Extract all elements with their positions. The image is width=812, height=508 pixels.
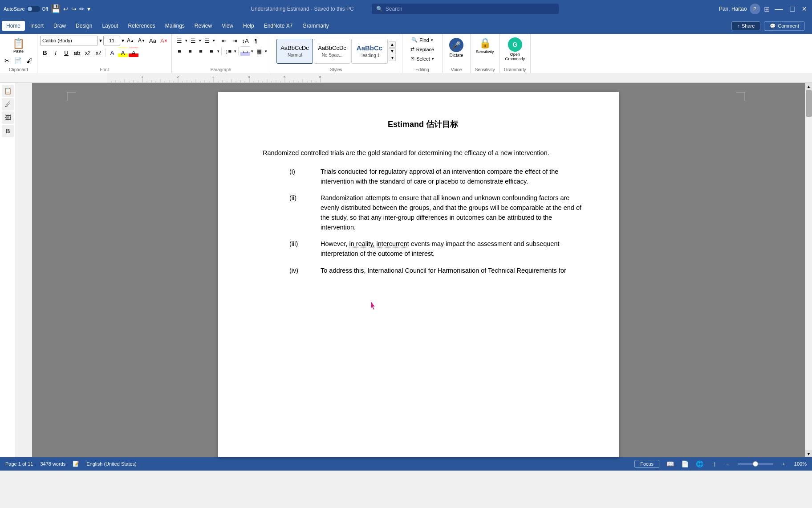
multilevel-dropdown[interactable]: ▾ [213, 38, 215, 43]
language[interactable]: English (United States) [86, 461, 137, 467]
superscript-button[interactable]: x2 [93, 48, 103, 57]
numbering-dropdown[interactable]: ▾ [199, 38, 201, 43]
lt-media-button[interactable]: 🖼 [2, 111, 14, 124]
sort-button[interactable]: ↕A [240, 36, 250, 45]
menu-home[interactable]: Home [2, 21, 25, 31]
comment-button[interactable]: 💬 Comment [764, 21, 805, 31]
scrollbar-down[interactable]: ▼ [805, 450, 812, 457]
underline-button[interactable]: U [61, 48, 71, 57]
style-no-spacing[interactable]: AaBbCcDc No Spac... [314, 39, 350, 64]
customize-icon[interactable]: ▾ [87, 5, 90, 12]
scrollbar-thumb[interactable] [806, 90, 812, 117]
minimize-button[interactable]: — [773, 4, 785, 14]
grow-font-button[interactable]: A▲ [126, 36, 135, 45]
bullets-button[interactable]: ☰ [175, 36, 184, 45]
select-dropdown[interactable]: ▾ [432, 57, 434, 61]
lt-format-button[interactable]: 🖊 [2, 98, 14, 111]
focus-button[interactable]: Focus [634, 460, 659, 468]
subscript-button[interactable]: x2 [83, 48, 93, 57]
select-button[interactable]: ⊡ Select ▾ [407, 54, 437, 63]
bold-button[interactable]: B [40, 48, 50, 57]
multilevel-button[interactable]: ☰ [202, 36, 212, 45]
zoom-slider[interactable] [738, 463, 773, 465]
menu-draw[interactable]: Draw [49, 21, 70, 31]
menu-layout[interactable]: Layout [97, 21, 122, 31]
shading-dropdown[interactable]: ▾ [251, 49, 253, 53]
highlight-button[interactable]: A [118, 48, 128, 57]
find-button[interactable]: 🔍 Find ▾ [408, 36, 436, 44]
shrink-font-button[interactable]: A▼ [137, 36, 146, 45]
print-layout-icon[interactable]: 📄 [681, 460, 689, 467]
menu-insert[interactable]: Insert [26, 21, 48, 31]
align-left-button[interactable]: ≡ [175, 46, 184, 56]
styles-scroll-down[interactable]: ▼ [389, 48, 396, 54]
paste-button[interactable]: 📋 Paste [10, 37, 27, 55]
undo-icon[interactable]: ↩ [63, 5, 69, 12]
restore-button[interactable]: □ [788, 4, 797, 14]
lt-bold-button[interactable]: B [2, 125, 14, 137]
lt-clipboard-button[interactable]: 📋 [2, 85, 14, 97]
line-spacing-button[interactable]: ↕≡ [223, 46, 233, 56]
zoom-knob[interactable] [753, 461, 758, 467]
font-size-input[interactable] [103, 36, 120, 45]
zoom-in-button[interactable]: + [782, 461, 785, 467]
justify-dropdown[interactable]: ▾ [217, 49, 219, 53]
strikethrough-button[interactable]: ab [72, 48, 82, 57]
justify-button[interactable]: ≡ [207, 46, 216, 56]
center-button[interactable]: ≡ [185, 46, 195, 56]
menu-mailings[interactable]: Mailings [161, 21, 189, 31]
draw-icon[interactable]: ✏ [79, 5, 85, 12]
shading-button[interactable]: ▭ [240, 46, 250, 56]
autosave-toggle[interactable]: AutoSave Off [4, 6, 48, 12]
style-normal[interactable]: AaBbCcDc Normal [276, 39, 313, 64]
styles-scroll-up[interactable]: ▲ [389, 41, 396, 48]
dictate-button[interactable]: 🎤 Dictate [445, 36, 467, 60]
increase-indent-button[interactable]: ⇥ [230, 36, 240, 45]
decrease-indent-button[interactable]: ⇤ [219, 36, 229, 45]
redo-icon[interactable]: ↪ [71, 5, 77, 12]
align-right-button[interactable]: ≡ [196, 46, 206, 56]
font-name-input[interactable] [40, 36, 98, 45]
menu-help[interactable]: Help [239, 21, 259, 31]
save-icon[interactable]: 💾 [51, 4, 61, 14]
italic-button[interactable]: I [51, 48, 61, 57]
web-view-icon[interactable]: 🌐 [696, 460, 703, 467]
borders-dropdown[interactable]: ▾ [265, 49, 267, 53]
font-color-button[interactable]: A [129, 48, 138, 57]
change-case-button[interactable]: Aa [148, 36, 158, 45]
sensitivity-button[interactable]: 🔒 Sensitivity [473, 36, 497, 56]
scrollbar-area[interactable]: ▲ ▼ [805, 83, 812, 457]
menu-review[interactable]: Review [190, 21, 216, 31]
bullets-dropdown[interactable]: ▾ [185, 38, 187, 43]
zoom-out-button[interactable]: − [726, 461, 729, 467]
menu-endnote[interactable]: EndNote X7 [260, 21, 297, 31]
menu-design[interactable]: Design [71, 21, 97, 31]
show-hide-button[interactable]: ¶ [251, 36, 261, 45]
cut-button[interactable]: ✂ [3, 56, 12, 65]
search-box[interactable]: 🔍 [372, 4, 559, 14]
text-effects-button[interactable]: A [107, 48, 117, 57]
scrollbar-up[interactable]: ▲ [805, 83, 812, 90]
read-mode-icon[interactable]: 📖 [666, 460, 674, 467]
style-heading1[interactable]: AaBbCc Heading 1 [351, 39, 388, 64]
scrollbar-track[interactable] [805, 90, 812, 450]
search-input[interactable] [386, 6, 554, 12]
share-button[interactable]: ↑ Share [731, 21, 760, 30]
open-grammarly-button[interactable]: G Open Grammarly [503, 36, 528, 63]
display-mode-icon[interactable]: ⊞ [764, 5, 770, 13]
line-spacing-dropdown[interactable]: ▾ [234, 49, 236, 53]
close-button[interactable]: × [800, 4, 808, 14]
find-dropdown[interactable]: ▾ [431, 38, 433, 42]
copy-button[interactable]: 📄 [12, 56, 24, 65]
clear-format-button[interactable]: A✖ [159, 36, 169, 45]
menu-references[interactable]: References [123, 21, 159, 31]
font-name-dropdown-icon[interactable]: ▾ [99, 37, 102, 44]
autosave-pill[interactable] [27, 6, 40, 12]
numbering-button[interactable]: ☰ [188, 36, 198, 45]
font-size-dropdown-icon[interactable]: ▾ [122, 37, 124, 44]
format-painter-button[interactable]: 🖌 [24, 56, 34, 65]
menu-view[interactable]: View [217, 21, 238, 31]
borders-button[interactable]: ▦ [254, 46, 264, 56]
styles-scroll-expand[interactable]: ▾ [389, 55, 396, 61]
replace-button[interactable]: ⇄ Replace [407, 45, 437, 53]
